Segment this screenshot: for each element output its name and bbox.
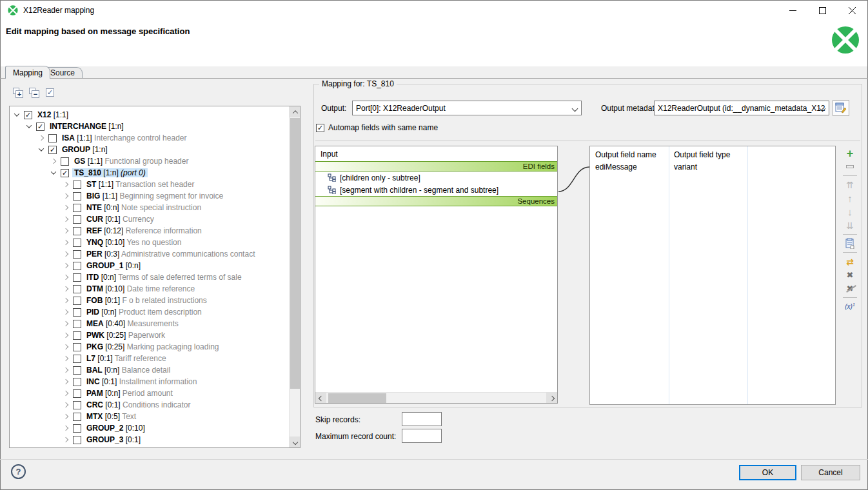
tree-item-checkbox[interactable] — [48, 134, 57, 142]
tree-item-l7[interactable]: L7 [0:1] Tariff reference — [10, 353, 289, 364]
expand-chevron-icon[interactable] — [61, 180, 70, 189]
remove-mapping-button[interactable]: ✖ — [843, 268, 857, 282]
tree-item-checkbox[interactable] — [73, 320, 81, 328]
input-fields-panel[interactable]: Input EDI fields[children only - subtree… — [315, 146, 558, 404]
expand-chevron-icon[interactable] — [61, 308, 70, 317]
expand-chevron-icon[interactable] — [61, 377, 70, 386]
expand-chevron-icon[interactable] — [61, 191, 70, 201]
expand-chevron-icon[interactable] — [61, 261, 70, 270]
tree-item-checkbox[interactable] — [73, 227, 81, 235]
tree-item-group_3[interactable]: GROUP_3 [0:1] — [10, 434, 289, 446]
tree-item-checkbox[interactable] — [73, 389, 81, 398]
tree-item-ynq[interactable]: YNQ [0:10] Yes no question — [10, 237, 289, 248]
output-field-name-cell[interactable]: ediMessage — [595, 162, 637, 172]
collapse-chevron-icon[interactable] — [12, 110, 21, 119]
tree-item-isa[interactable]: ISA [1:1] Interchange control header — [10, 132, 289, 144]
expand-chevron-icon[interactable] — [61, 412, 70, 421]
tree-item-checkbox[interactable] — [73, 250, 81, 259]
expand-chevron-icon[interactable] — [61, 273, 70, 282]
scroll-down-button[interactable] — [290, 436, 301, 447]
tree-item-checkbox[interactable] — [61, 157, 69, 166]
expand-chevron-icon[interactable] — [61, 354, 70, 363]
tree-item-itd[interactable]: ITD [0:n] Terms of sale deferred terms o… — [10, 271, 289, 283]
tree-item-checkbox[interactable] — [73, 192, 81, 201]
remove-field-button[interactable] — [843, 160, 857, 173]
tree-item-checkbox[interactable]: ✓ — [24, 111, 32, 119]
expand-chevron-icon[interactable] — [61, 215, 70, 224]
tree-item-checkbox[interactable] — [73, 262, 81, 270]
tree-item-gs[interactable]: GS [1:1] Functional group header — [10, 155, 289, 167]
expand-chevron-icon[interactable] — [61, 424, 70, 433]
expand-chevron-icon[interactable] — [61, 250, 70, 259]
expand-chevron-icon[interactable] — [61, 389, 70, 398]
expand-chevron-icon[interactable] — [61, 296, 70, 305]
expand-chevron-icon[interactable] — [61, 238, 70, 247]
max-record-count-input[interactable] — [402, 429, 442, 443]
collapse-chevron-icon[interactable] — [25, 122, 34, 131]
tree-item-checkbox[interactable] — [73, 215, 81, 224]
automap-button[interactable]: ⇄ — [843, 255, 857, 268]
tree-item-inc[interactable]: INC [0:1] Installment information — [10, 376, 289, 387]
tree-item-pid[interactable]: PID [0:n] Product item description — [10, 306, 289, 318]
tree-item-checkbox[interactable] — [73, 297, 81, 305]
expand-all-button[interactable]: + — [13, 88, 23, 98]
expand-chevron-icon[interactable] — [61, 435, 70, 444]
tree-item-dtm[interactable]: DTM [0:10] Date time reference — [10, 283, 289, 295]
tree-item-checkbox[interactable] — [73, 308, 81, 317]
collapse-chevron-icon[interactable] — [37, 145, 46, 154]
help-button[interactable]: ? — [11, 464, 26, 479]
tree-item-per[interactable]: PER [0:3] Administrative communications … — [10, 248, 289, 260]
expand-chevron-icon[interactable] — [49, 157, 58, 166]
input-horizontal-scrollbar[interactable] — [315, 392, 557, 403]
tree-item-mtx[interactable]: MTX [0:5] Text — [10, 411, 289, 422]
tree-item-checkbox[interactable] — [73, 285, 81, 293]
collapse-all-button[interactable]: − — [29, 88, 39, 98]
scroll-right-button[interactable] — [546, 393, 557, 404]
tree-item-nte[interactable]: NTE [0:n] Note special instruction — [10, 202, 289, 213]
input-item[interactable]: [segment with children - segment and sub… — [315, 184, 557, 196]
move-top-button[interactable]: ⇈ — [843, 178, 857, 191]
output-metadata-combobox[interactable]: X12ReaderOutput (id:__dynamic_metadata_X… — [654, 101, 829, 115]
tree-item-big[interactable]: BIG [1:1] Beginning segment for invoice — [10, 190, 289, 202]
tab-mapping[interactable]: Mapping — [5, 66, 50, 79]
move-bottom-button[interactable]: ⇊ — [843, 219, 857, 232]
expand-chevron-icon[interactable] — [61, 319, 70, 328]
tree-item-checkbox[interactable] — [73, 436, 81, 444]
tree-item-checkbox[interactable] — [73, 181, 81, 189]
scrollbar-thumb[interactable] — [328, 393, 386, 403]
collapse-chevron-icon[interactable] — [49, 168, 58, 177]
expand-chevron-icon[interactable] — [61, 331, 70, 340]
tree-item-mea[interactable]: MEA [0:40] Measurements — [10, 318, 289, 329]
tree-item-ts_810[interactable]: ✓TS_810 [1:n] (port 0) — [10, 167, 289, 179]
expand-chevron-icon[interactable] — [61, 342, 70, 351]
scroll-up-button[interactable] — [290, 106, 301, 117]
maximize-button[interactable] — [807, 1, 837, 20]
expand-chevron-icon[interactable] — [61, 366, 70, 375]
tree-item-checkbox[interactable] — [73, 343, 81, 351]
tree-item-checkbox[interactable]: ✓ — [61, 169, 69, 177]
expand-chevron-icon[interactable] — [61, 400, 70, 409]
tree-item-checkbox[interactable] — [73, 204, 81, 212]
scrollbar-thumb[interactable] — [290, 118, 300, 389]
tree-vertical-scrollbar[interactable] — [289, 106, 300, 447]
tree-item-checkbox[interactable] — [73, 273, 81, 282]
expand-chevron-icon[interactable] — [37, 133, 46, 142]
move-up-button[interactable]: ↑ — [843, 191, 857, 205]
ok-button[interactable]: OK — [739, 465, 796, 480]
tree-item-checkbox[interactable]: ✓ — [48, 146, 57, 154]
expand-chevron-icon[interactable] — [61, 203, 70, 212]
tree-item-checkbox[interactable] — [73, 413, 81, 421]
message-structure-tree[interactable]: ✓X12 [1:1]✓INTERCHANGE [1:n]ISA [1:1] In… — [9, 106, 301, 448]
edit-metadata-button[interactable] — [833, 100, 849, 116]
tree-item-crc[interactable]: CRC [0:1] Conditions indicator — [10, 399, 289, 411]
expression-button[interactable]: (x)1 — [843, 300, 857, 313]
skip-records-input[interactable] — [402, 412, 442, 426]
automap-checkbox-row[interactable]: ✓ Automap fields with same name — [316, 123, 438, 132]
paste-metadata-button[interactable] — [843, 237, 857, 250]
tree-item-checkbox[interactable] — [73, 239, 81, 247]
tree-item-checkbox[interactable] — [73, 401, 81, 409]
output-port-combobox[interactable]: Port[0]: X12ReaderOutput — [352, 101, 582, 115]
output-field-type-cell[interactable]: variant — [674, 162, 697, 172]
minimize-button[interactable] — [778, 1, 807, 20]
move-down-button[interactable]: ↓ — [843, 205, 857, 219]
